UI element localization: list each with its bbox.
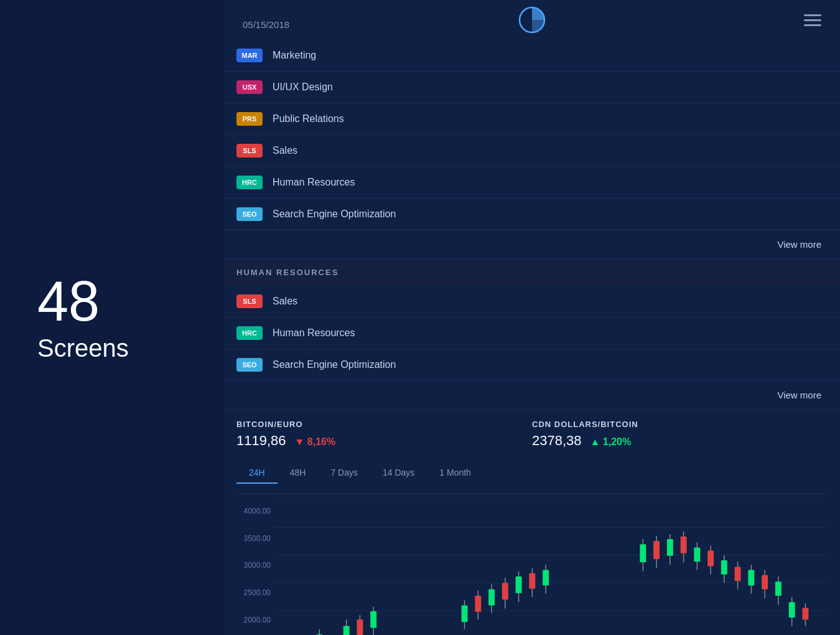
svg-rect-52 [735, 567, 741, 581]
svg-rect-24 [462, 605, 468, 622]
svg-rect-22 [370, 611, 376, 628]
right-panel: 05/15/2018 MAR Marketing USX UI/UX Desig… [224, 0, 840, 635]
top-bar: 05/15/2018 [224, 0, 840, 40]
svg-rect-32 [516, 576, 522, 593]
date-header: 05/15/2018 [243, 11, 518, 30]
nav-list-main: MAR Marketing USX UI/UX Design PRS Publi… [224, 40, 840, 230]
nav-item-hr-seo[interactable]: SEO Search Engine Optimization [224, 349, 840, 381]
nav-item-hr-sales[interactable]: SLS Sales [224, 286, 840, 318]
nav-item-hr[interactable]: HRC Human Resources [224, 167, 840, 199]
badge-sls-2: SLS [236, 294, 263, 308]
pair-name-2: CDN DOLLARS/BITCOIN [532, 420, 828, 429]
nav-label-pr: Public Relations [273, 113, 344, 125]
pair-change-2: 1,20% [590, 436, 632, 448]
nav-item-sales[interactable]: SLS Sales [224, 135, 840, 167]
nav-label-uiux: UI/UX Design [273, 82, 333, 93]
screens-label: Screens [37, 334, 224, 362]
y-axis-labels: 4000.00 3500.00 3000.00 2500.00 2000.00 … [236, 501, 271, 635]
candlestick-chart: 4000.00 3500.00 3000.00 2500.00 2000.00 … [236, 501, 828, 635]
svg-rect-40 [653, 541, 660, 559]
svg-rect-18 [343, 626, 350, 636]
pair-change-1: 8,16% [295, 436, 336, 448]
crypto-pair-1: BITCOIN/EURO 1119,86 8,16% [236, 420, 532, 449]
nav-item-hr-hr[interactable]: HRC Human Resources [224, 318, 840, 349]
svg-rect-54 [748, 570, 754, 586]
left-panel: 48 Screens [0, 0, 224, 635]
nav-item-uiux[interactable]: USX UI/UX Design [224, 72, 840, 103]
big-number: 48 [37, 273, 224, 329]
tab-7days[interactable]: 7 Days [318, 463, 370, 484]
badge-mar: MAR [236, 49, 263, 62]
crypto-pairs: BITCOIN/EURO 1119,86 8,16% CDN DOLLARS/B… [236, 410, 828, 459]
badge-usx: USX [236, 80, 263, 94]
pair-value-2: 2378,38 [532, 433, 582, 449]
nav-label-hr-hr: Human Resources [273, 327, 355, 339]
badge-sls: SLS [236, 144, 263, 158]
crypto-section: BITCOIN/EURO 1119,86 8,16% CDN DOLLARS/B… [224, 410, 840, 635]
svg-rect-56 [762, 575, 768, 590]
nav-item-marketing[interactable]: MAR Marketing [224, 40, 840, 72]
hr-section-header: HUMAN RESOURCES [224, 259, 840, 286]
nav-label-seo: Search Engine Optimization [273, 209, 396, 220]
svg-rect-48 [707, 551, 714, 567]
nav-section-main: MAR Marketing USX UI/UX Design PRS Publi… [224, 40, 840, 259]
view-more-button-2[interactable]: View more [224, 381, 840, 410]
crypto-pair-2: CDN DOLLARS/BITCOIN 2378,38 1,20% [532, 420, 828, 449]
nav-label-hr-seo: Search Engine Optimization [273, 359, 396, 370]
view-more-button-1[interactable]: View more [224, 230, 840, 259]
svg-rect-42 [667, 539, 673, 556]
svg-rect-36 [543, 570, 549, 586]
logo-icon [518, 6, 546, 34]
svg-rect-62 [802, 608, 808, 620]
svg-rect-30 [502, 583, 508, 600]
svg-rect-20 [357, 619, 363, 635]
nav-label-hr-sales: Sales [273, 296, 297, 307]
svg-rect-44 [681, 537, 687, 553]
tab-1month[interactable]: 1 Month [427, 463, 483, 484]
time-tabs: 24H 48H 7 Days 14 Days 1 Month [236, 459, 828, 494]
tab-48h[interactable]: 48H [278, 463, 319, 484]
hamburger-button[interactable] [804, 14, 821, 26]
svg-rect-38 [640, 544, 646, 562]
badge-seo: SEO [236, 207, 263, 221]
badge-hrc-2: HRC [236, 326, 263, 340]
nav-label-hr: Human Resources [273, 177, 355, 188]
badge-hrc: HRC [236, 176, 263, 189]
nav-item-seo[interactable]: SEO Search Engine Optimization [224, 199, 840, 230]
tab-24h[interactable]: 24H [236, 463, 278, 484]
svg-rect-28 [488, 590, 495, 606]
nav-section-hr: SLS Sales HRC Human Resources SEO Search… [224, 286, 840, 410]
nav-list-hr: SLS Sales HRC Human Resources SEO Search… [224, 286, 840, 381]
nav-label-marketing: Marketing [273, 50, 316, 61]
badge-prs: PRS [236, 112, 263, 126]
svg-rect-46 [694, 547, 700, 562]
tab-14days[interactable]: 14 Days [370, 463, 427, 484]
badge-seo-2: SEO [236, 358, 263, 372]
pair-name-1: BITCOIN/EURO [236, 420, 532, 429]
pair-value-1: 1119,86 [236, 433, 286, 449]
svg-rect-34 [529, 573, 535, 589]
nav-label-sales: Sales [273, 145, 297, 156]
chart-svg [274, 501, 828, 635]
svg-rect-26 [475, 596, 481, 612]
svg-rect-60 [789, 602, 795, 618]
svg-rect-50 [721, 560, 727, 575]
svg-rect-58 [775, 581, 782, 596]
nav-item-pr[interactable]: PRS Public Relations [224, 103, 840, 135]
